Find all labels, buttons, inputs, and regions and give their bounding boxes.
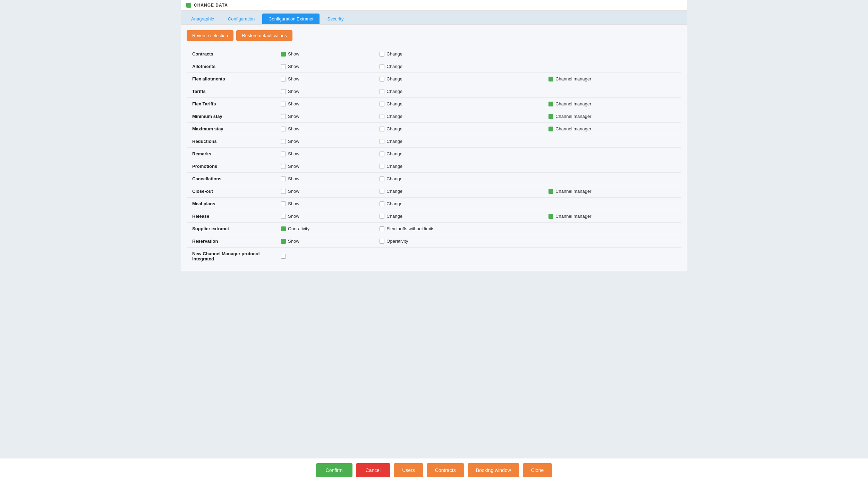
permission-cell[interactable]: Change bbox=[375, 60, 544, 73]
permission-cell[interactable]: Show bbox=[277, 73, 375, 85]
checkbox-7-1[interactable]: Change bbox=[380, 139, 540, 144]
checkbox-5-0[interactable]: Show bbox=[281, 114, 371, 119]
unchecked-icon bbox=[281, 164, 286, 169]
tab-anagraphic[interactable]: Anagraphic bbox=[185, 14, 220, 24]
unchecked-icon bbox=[281, 189, 286, 194]
unchecked-icon bbox=[380, 164, 384, 169]
permission-cell[interactable]: Change bbox=[375, 123, 544, 135]
checkbox-6-1[interactable]: Change bbox=[380, 126, 540, 131]
checkbox-15-0[interactable]: Show bbox=[281, 239, 371, 244]
contracts-button[interactable]: Contracts bbox=[427, 463, 464, 477]
checkbox-0-0[interactable]: Show bbox=[281, 51, 371, 57]
permission-cell[interactable]: Change bbox=[375, 110, 544, 123]
checkbox-6-0[interactable]: Show bbox=[281, 126, 371, 131]
checkbox-2-1[interactable]: Change bbox=[380, 76, 540, 81]
checkbox-12-0[interactable]: Show bbox=[281, 201, 371, 206]
checkbox-14-0[interactable]: Operativity bbox=[281, 226, 371, 231]
checkbox-label: Change bbox=[386, 114, 402, 119]
checkbox-3-1[interactable]: Change bbox=[380, 89, 540, 94]
checkbox-7-0[interactable]: Show bbox=[281, 139, 371, 144]
checkbox-11-1[interactable]: Change bbox=[380, 189, 540, 194]
cancel-button[interactable]: Cancel bbox=[356, 463, 391, 477]
checkbox-2-2[interactable]: Channel manager bbox=[548, 76, 677, 81]
permission-cell[interactable]: Show bbox=[277, 98, 375, 110]
checkbox-label: Channel manager bbox=[555, 189, 591, 194]
users-button[interactable]: Users bbox=[394, 463, 423, 477]
permission-cell[interactable]: Show bbox=[277, 235, 375, 248]
checkbox-13-2[interactable]: Channel manager bbox=[548, 214, 677, 219]
permission-cell[interactable]: Change bbox=[375, 160, 544, 173]
permission-cell[interactable]: Channel manager bbox=[544, 110, 681, 123]
unchecked-icon bbox=[281, 77, 286, 81]
permission-cell[interactable]: Show bbox=[277, 135, 375, 148]
checkbox-13-1[interactable]: Change bbox=[380, 214, 540, 219]
permission-cell[interactable]: Channel manager bbox=[544, 98, 681, 110]
checkbox-10-1[interactable]: Change bbox=[380, 176, 540, 181]
checkbox-label: Channel manager bbox=[555, 101, 591, 106]
reverse-selection-button[interactable]: Reverse selection bbox=[187, 30, 233, 41]
permission-cell[interactable]: Operativity bbox=[277, 223, 375, 235]
checkbox-5-1[interactable]: Change bbox=[380, 114, 540, 119]
checkbox-8-1[interactable]: Change bbox=[380, 151, 540, 156]
tab-configuration[interactable]: Configuration bbox=[222, 14, 261, 24]
permission-cell[interactable]: Operativity bbox=[375, 235, 544, 248]
checkbox-16-0[interactable] bbox=[281, 254, 371, 259]
permission-cell[interactable]: Show bbox=[277, 198, 375, 210]
checkbox-9-1[interactable]: Change bbox=[380, 164, 540, 169]
checkbox-label: Show bbox=[288, 176, 299, 181]
tab-configuration-extranet[interactable]: Configuration Extranet bbox=[262, 14, 320, 24]
permission-cell[interactable]: Change bbox=[375, 173, 544, 185]
permission-cell[interactable]: Channel manager bbox=[544, 185, 681, 198]
permission-cell[interactable]: Change bbox=[375, 198, 544, 210]
checkbox-4-0[interactable]: Show bbox=[281, 101, 371, 106]
permission-cell[interactable]: Show bbox=[277, 48, 375, 60]
tab-security[interactable]: Security bbox=[321, 14, 350, 24]
permission-cell[interactable] bbox=[277, 248, 375, 265]
checkbox-15-1[interactable]: Operativity bbox=[380, 239, 540, 244]
booking-window-button[interactable]: Booking window bbox=[468, 463, 519, 477]
checkbox-6-2[interactable]: Channel manager bbox=[548, 126, 677, 131]
permission-cell[interactable]: Show bbox=[277, 173, 375, 185]
checkbox-13-0[interactable]: Show bbox=[281, 214, 371, 219]
permission-cell[interactable]: Flex tariffs without limits bbox=[375, 223, 544, 235]
permission-cell[interactable]: Change bbox=[375, 98, 544, 110]
checkbox-5-2[interactable]: Channel manager bbox=[548, 114, 677, 119]
permission-cell[interactable]: Change bbox=[375, 85, 544, 98]
checkbox-12-1[interactable]: Change bbox=[380, 201, 540, 206]
permission-cell[interactable]: Show bbox=[277, 185, 375, 198]
checkbox-10-0[interactable]: Show bbox=[281, 176, 371, 181]
permission-cell[interactable]: Change bbox=[375, 48, 544, 60]
clone-button[interactable]: Clone bbox=[523, 463, 552, 477]
checkbox-11-2[interactable]: Channel manager bbox=[548, 189, 677, 194]
permission-cell[interactable]: Channel manager bbox=[544, 73, 681, 85]
confirm-button[interactable]: Confirm bbox=[316, 463, 352, 477]
permission-cell[interactable]: Show bbox=[277, 110, 375, 123]
permission-cell[interactable]: Show bbox=[277, 123, 375, 135]
checkbox-11-0[interactable]: Show bbox=[281, 189, 371, 194]
permission-cell[interactable]: Channel manager bbox=[544, 123, 681, 135]
permission-cell[interactable]: Show bbox=[277, 85, 375, 98]
checkbox-14-1[interactable]: Flex tariffs without limits bbox=[380, 226, 540, 231]
restore-default-button[interactable]: Restore default values bbox=[236, 30, 292, 41]
permission-cell[interactable]: Show bbox=[277, 148, 375, 160]
checkbox-4-2[interactable]: Channel manager bbox=[548, 101, 677, 106]
permission-cell[interactable]: Show bbox=[277, 160, 375, 173]
checkbox-2-0[interactable]: Show bbox=[281, 76, 371, 81]
checkbox-8-0[interactable]: Show bbox=[281, 151, 371, 156]
permission-cell[interactable]: Change bbox=[375, 185, 544, 198]
permission-cell[interactable]: Channel manager bbox=[544, 210, 681, 223]
checkbox-1-1[interactable]: Change bbox=[380, 64, 540, 69]
permission-cell[interactable]: Show bbox=[277, 210, 375, 223]
checkbox-9-0[interactable]: Show bbox=[281, 164, 371, 169]
permission-cell[interactable]: Change bbox=[375, 135, 544, 148]
checkbox-3-0[interactable]: Show bbox=[281, 89, 371, 94]
checkbox-4-1[interactable]: Change bbox=[380, 101, 540, 106]
permission-cell[interactable]: Change bbox=[375, 148, 544, 160]
checkbox-label: Show bbox=[288, 89, 299, 94]
permission-cell[interactable]: Change bbox=[375, 73, 544, 85]
permission-cell[interactable]: Show bbox=[277, 60, 375, 73]
checkbox-1-0[interactable]: Show bbox=[281, 64, 371, 69]
permission-cell[interactable]: Change bbox=[375, 210, 544, 223]
table-row: ReleaseShowChangeChannel manager bbox=[187, 210, 681, 223]
checkbox-0-1[interactable]: Change bbox=[380, 51, 540, 57]
